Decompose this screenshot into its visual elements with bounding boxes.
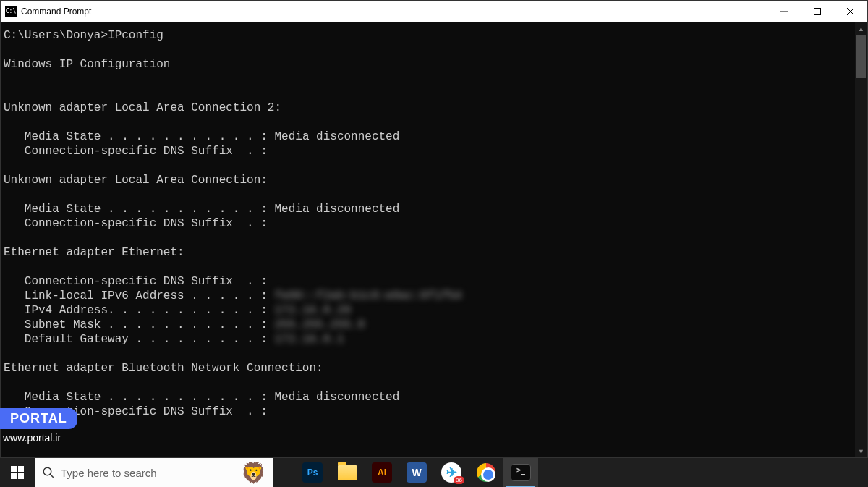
taskbar-apps: Ps Ai W ✈06 >_ [295,458,538,487]
svg-rect-7 [18,473,24,479]
close-button[interactable] [834,1,867,22]
minimize-button[interactable] [767,1,801,22]
file-explorer-icon [338,465,357,480]
svg-line-9 [50,474,54,478]
taskbar-app-cmd[interactable]: >_ [503,458,538,487]
chrome-icon [477,463,495,482]
taskbar: Type here to search 🦁 Ps Ai W ✈06 >_ [0,458,868,487]
telegram-badge: 06 [454,476,464,484]
telegram-icon: ✈06 [441,462,461,483]
terminal-area: C:\Users\Donya>IPconfig Windows IP Confi… [1,22,867,457]
taskbar-app-chrome[interactable] [469,458,503,487]
search-placeholder: Type here to search [61,467,235,479]
photoshop-icon: Ps [302,462,323,483]
svg-rect-4 [11,466,17,472]
svg-rect-5 [18,466,24,472]
taskbar-app-telegram[interactable]: ✈06 [434,458,469,487]
maximize-button[interactable] [801,1,834,22]
window-title: Command Prompt [21,7,767,17]
scroll-down-arrow[interactable]: ▼ [855,445,867,457]
terminal-output[interactable]: C:\Users\Donya>IPconfig Windows IP Confi… [1,22,855,457]
cmd-icon: C:\ [5,6,17,17]
svg-rect-6 [11,473,17,479]
svg-point-8 [43,467,51,475]
taskbar-search[interactable]: Type here to search 🦁 [35,458,273,487]
titlebar[interactable]: C:\ Command Prompt [1,1,867,22]
window-controls [767,1,867,22]
scroll-up-arrow[interactable]: ▲ [855,22,867,35]
svg-rect-1 [814,8,821,14]
scrollbar[interactable]: ▲ ▼ [855,22,867,457]
lion-image: 🦁 [241,461,266,485]
watermark: PORTAL www.portal.ir [0,408,77,444]
watermark-badge: PORTAL [0,408,77,429]
search-icon [42,466,55,479]
windows-icon [11,466,24,479]
taskbar-app-explorer[interactable] [330,458,365,487]
command-prompt-window: C:\ Command Prompt C:\Users\Donya>IPconf… [0,0,868,458]
taskbar-app-word[interactable]: W [399,458,434,487]
taskbar-app-photoshop[interactable]: Ps [295,458,330,487]
illustrator-icon: Ai [372,462,392,483]
word-icon: W [407,462,427,483]
watermark-url: www.portal.ir [0,432,77,444]
cmd-taskbar-icon: >_ [511,464,531,481]
taskbar-app-illustrator[interactable]: Ai [365,458,399,487]
scrollbar-thumb[interactable] [856,35,866,78]
start-button[interactable] [0,458,35,487]
